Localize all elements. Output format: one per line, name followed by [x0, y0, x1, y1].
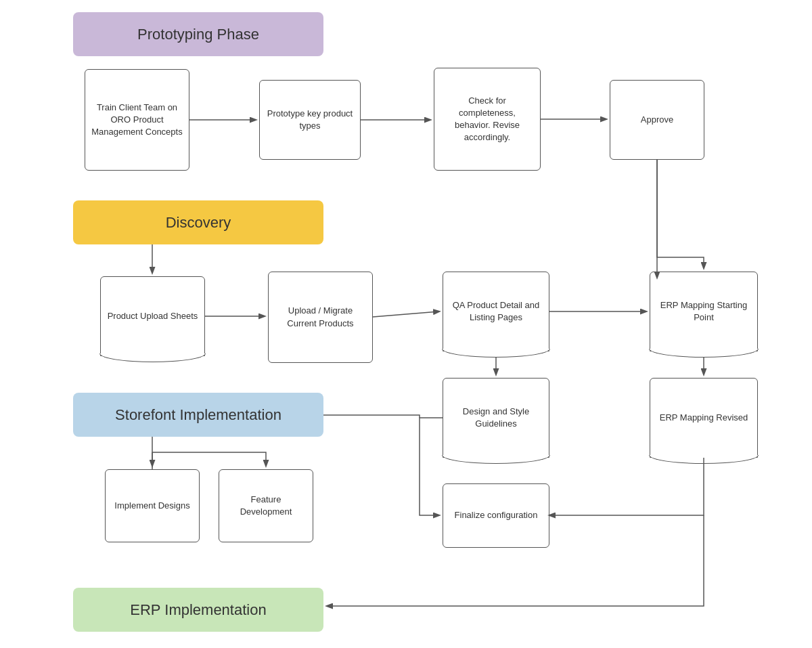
diagram-container: Prototyping Phase Discovery Storefont Im… — [0, 0, 812, 648]
erp-mapping-revised-text: ERP Mapping Revised — [660, 412, 748, 424]
phase-storefront: Storefont Implementation — [73, 393, 323, 437]
train-client-text: Train Client Team on ORO Product Managem… — [91, 102, 183, 139]
finalize-config-box: Finalize configuration — [443, 483, 549, 548]
product-upload-sheets-box: Product Upload Sheets — [100, 276, 205, 356]
erp-mapping-start-box: ERP Mapping Starting Point — [650, 272, 758, 351]
phase-prototyping: Prototyping Phase — [73, 12, 323, 56]
train-client-box: Train Client Team on ORO Product Managem… — [85, 69, 189, 171]
feature-dev-text: Feature Development — [225, 494, 307, 518]
erp-mapping-revised-box: ERP Mapping Revised — [650, 378, 758, 458]
upload-migrate-text: Upload / Migrate Current Products — [274, 305, 367, 329]
check-completeness-box: Check for completeness, behavior. Revise… — [434, 68, 541, 171]
approve-text: Approve — [641, 114, 673, 126]
qa-product-box: QA Product Detail and Listing Pages — [443, 272, 549, 351]
upload-migrate-box: Upload / Migrate Current Products — [268, 272, 373, 363]
phase-storefront-label: Storefont Implementation — [115, 406, 281, 424]
finalize-config-text: Finalize configuration — [455, 509, 538, 521]
product-upload-sheets-text: Product Upload Sheets — [108, 310, 198, 322]
implement-designs-text: Implement Designs — [114, 500, 189, 512]
design-style-box: Design and Style Guidelines — [443, 378, 549, 458]
phase-erp-impl: ERP Implementation — [73, 588, 323, 632]
design-style-text: Design and Style Guidelines — [449, 406, 543, 430]
approve-box: Approve — [610, 80, 704, 160]
implement-designs-box: Implement Designs — [105, 469, 200, 542]
check-completeness-text: Check for completeness, behavior. Revise… — [440, 95, 535, 144]
erp-mapping-start-text: ERP Mapping Starting Point — [656, 299, 752, 324]
prototype-key-box: Prototype key product types — [259, 80, 361, 160]
phase-erp-impl-label: ERP Implementation — [130, 601, 266, 619]
svg-line-5 — [373, 311, 439, 317]
phase-discovery-label: Discovery — [166, 214, 231, 232]
phase-prototyping-label: Prototyping Phase — [137, 26, 259, 43]
phase-discovery: Discovery — [73, 200, 323, 244]
qa-product-text: QA Product Detail and Listing Pages — [449, 299, 543, 324]
feature-dev-box: Feature Development — [219, 469, 313, 542]
prototype-key-text: Prototype key product types — [265, 108, 355, 132]
